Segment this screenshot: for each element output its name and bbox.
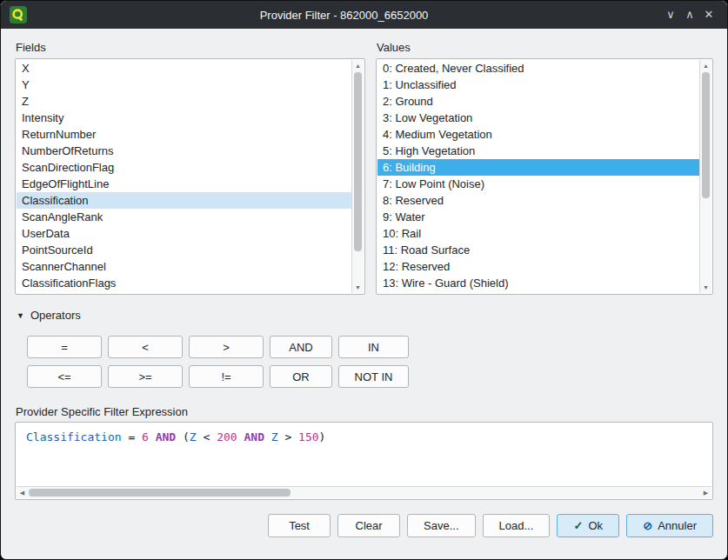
- expression-token: 200: [217, 430, 244, 443]
- titlebar[interactable]: Provider Filter - 862000_6652000 ∨ ∧ ✕: [1, 1, 727, 29]
- test-button[interactable]: Test: [268, 514, 331, 537]
- expression-scroll-track[interactable]: [28, 487, 700, 498]
- list-item[interactable]: 5: High Vegetation: [377, 143, 699, 159]
- list-item[interactable]: Z: [17, 93, 351, 110]
- expression-token: AND: [156, 430, 183, 443]
- button-label: Save...: [424, 519, 458, 532]
- list-item[interactable]: ScanAngleRank: [17, 209, 351, 225]
- fields-list: XYZIntensityReturnNumberNumberOfReturnsS…: [15, 58, 365, 295]
- list-item[interactable]: ReturnNumber: [17, 126, 351, 143]
- list-item[interactable]: X: [17, 60, 351, 77]
- expression-token: 6: [142, 430, 156, 443]
- operator-button[interactable]: IN: [338, 336, 409, 358]
- list-item[interactable]: EdgeOfFlightLine: [17, 176, 351, 192]
- dialog-content: Fields XYZIntensityReturnNumberNumberOfR…: [1, 29, 727, 537]
- qgis-logo-icon: [10, 6, 27, 23]
- expression-token: Classification: [26, 430, 128, 443]
- ok-button[interactable]: ✓Ok: [557, 514, 619, 537]
- button-label: Test: [289, 519, 310, 532]
- scroll-left-icon[interactable]: ◀: [17, 487, 28, 498]
- button-label: Clear: [356, 519, 383, 532]
- expression-token: <: [204, 430, 217, 443]
- fields-scroll-track[interactable]: [352, 71, 364, 282]
- values-label: Values: [377, 41, 713, 54]
- operator-button[interactable]: NOT IN: [338, 365, 409, 388]
- scroll-right-icon[interactable]: ▶: [700, 487, 711, 498]
- expression-token: >: [284, 430, 298, 443]
- fields-scroll-thumb[interactable]: [354, 72, 362, 251]
- list-item[interactable]: 9: Water: [377, 209, 699, 225]
- list-item[interactable]: 0: Created, Never Classified: [377, 60, 699, 77]
- list-item[interactable]: 13: Wire - Guard (Shield): [377, 275, 699, 291]
- list-item[interactable]: 10: Rail: [377, 225, 699, 242]
- list-item[interactable]: UserData: [17, 225, 351, 242]
- expression-scroll-thumb[interactable]: [29, 489, 291, 497]
- operator-button[interactable]: AND: [270, 336, 332, 358]
- list-item[interactable]: 8: Reserved: [377, 192, 699, 209]
- list-item[interactable]: NumberOfReturns: [17, 143, 351, 159]
- expression-label: Provider Specific Filter Expression: [16, 405, 713, 418]
- button-label: Ok: [588, 519, 603, 532]
- chevron-up-icon[interactable]: ∧: [680, 1, 699, 29]
- values-scrollbar[interactable]: ▲ ▼: [699, 60, 711, 293]
- fields-label: Fields: [16, 41, 365, 54]
- button-label: Annuler: [658, 519, 697, 532]
- list-item[interactable]: Intensity: [17, 110, 351, 126]
- expression-input[interactable]: Classification = 6 AND (Z < 200 AND Z > …: [15, 422, 713, 500]
- operators-label: Operators: [30, 309, 81, 322]
- list-item[interactable]: 11: Road Surface: [377, 242, 699, 258]
- operator-button[interactable]: <=: [27, 365, 102, 388]
- save-button[interactable]: Save...: [407, 514, 475, 537]
- expression-token: 150: [298, 430, 318, 443]
- list-item[interactable]: ScannerChannel: [17, 258, 351, 275]
- expression-token: Z: [271, 430, 285, 443]
- list-item[interactable]: PointSourceId: [17, 242, 351, 258]
- expression-token: =: [128, 430, 142, 443]
- list-item[interactable]: 7: Low Point (Noise): [377, 176, 699, 192]
- collapse-arrow-icon[interactable]: ▼: [17, 311, 24, 320]
- scroll-down-icon[interactable]: ▼: [352, 282, 364, 293]
- list-item[interactable]: 3: Low Vegetation: [377, 110, 699, 126]
- values-scroll-track[interactable]: [700, 71, 711, 282]
- cancel-button[interactable]: ⊘Annuler: [626, 514, 713, 537]
- list-item[interactable]: 2: Ground: [377, 93, 699, 110]
- expression-token: ): [319, 430, 326, 443]
- cancel-icon: ⊘: [643, 520, 652, 531]
- list-item[interactable]: Classification: [17, 192, 351, 209]
- scroll-up-icon[interactable]: ▲: [352, 60, 364, 71]
- expression-token: Z: [190, 430, 204, 443]
- list-item[interactable]: 1: Unclassified: [377, 77, 699, 93]
- values-list: 0: Created, Never Classified1: Unclassif…: [376, 58, 713, 295]
- close-icon[interactable]: ✕: [699, 1, 718, 29]
- operator-button[interactable]: >: [189, 336, 264, 358]
- scroll-up-icon[interactable]: ▲: [700, 60, 711, 71]
- list-item[interactable]: ScanDirectionFlag: [17, 159, 351, 176]
- load-button[interactable]: Load...: [483, 514, 551, 537]
- button-label: Load...: [499, 519, 534, 532]
- operator-button[interactable]: >=: [108, 365, 183, 388]
- chevron-down-icon[interactable]: ∨: [661, 1, 680, 29]
- list-item[interactable]: 4: Medium Vegetation: [377, 126, 699, 143]
- check-icon: ✓: [574, 520, 584, 531]
- expression-token: AND: [244, 430, 270, 443]
- footer-button-row: TestClearSave...Load...✓Ok⊘Annuler: [15, 514, 713, 537]
- window-title: Provider Filter - 862000_6652000: [27, 9, 661, 22]
- list-item[interactable]: Y: [17, 77, 351, 93]
- fields-scrollbar[interactable]: ▲ ▼: [351, 60, 364, 293]
- list-item[interactable]: 12: Reserved: [377, 258, 699, 275]
- provider-filter-dialog: Provider Filter - 862000_6652000 ∨ ∧ ✕ F…: [0, 0, 728, 560]
- values-scroll-thumb[interactable]: [702, 72, 710, 198]
- list-item[interactable]: ClassificationFlags: [17, 275, 351, 291]
- operator-button[interactable]: =: [27, 336, 102, 358]
- clear-button[interactable]: Clear: [337, 514, 400, 537]
- scroll-down-icon[interactable]: ▼: [700, 282, 711, 293]
- operator-button[interactable]: OR: [270, 365, 332, 388]
- operator-button[interactable]: <: [108, 336, 183, 358]
- list-item[interactable]: 6: Building: [377, 159, 699, 176]
- expression-text: Classification = 6 AND (Z < 200 AND Z > …: [16, 423, 712, 451]
- expression-hscrollbar[interactable]: ◀ ▶: [17, 486, 711, 498]
- operator-button[interactable]: !=: [189, 365, 264, 388]
- expression-token: (: [183, 430, 190, 443]
